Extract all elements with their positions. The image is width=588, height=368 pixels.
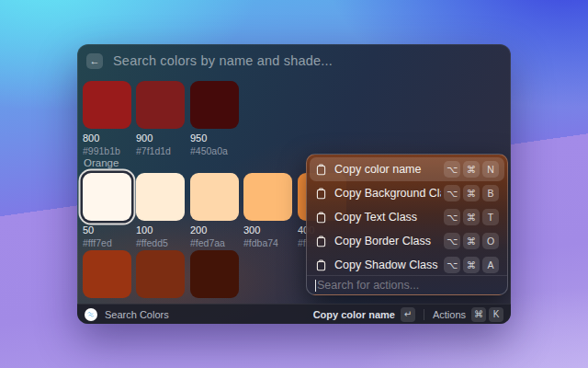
desktop-background: ← Search colors by name and shade... 800… <box>0 0 588 368</box>
color-cell-red-950[interactable]: 950 #450a0a <box>190 81 239 156</box>
swatch-orange-800[interactable] <box>83 250 131 298</box>
menu-item-label: Copy Text Class <box>334 211 441 224</box>
hex-label: #991b1b <box>83 145 131 156</box>
letter-key: T <box>482 209 499 225</box>
command-key: ⌘ <box>463 185 480 201</box>
menu-item-copy-border-class[interactable]: Copy Border Class ⌥ ⌘ O <box>310 229 504 253</box>
hex-label: #fdba74 <box>243 237 292 248</box>
search-input[interactable]: Search colors by name and shade... <box>113 53 333 68</box>
option-key: ⌥ <box>444 233 460 249</box>
swatch-orange-50-selected[interactable] <box>83 173 131 221</box>
hex-label: #ffedd5 <box>136 237 185 248</box>
swatch-red-900[interactable] <box>136 81 185 129</box>
k-key: K <box>489 307 503 322</box>
actions-menu: Copy color name ⌥ ⌘ N Copy Background Cl… <box>306 154 508 295</box>
color-cell-red-800[interactable]: 800 #991b1b <box>83 81 131 156</box>
menu-item-copy-color-name[interactable]: Copy color name ⌥ ⌘ N <box>310 157 504 181</box>
color-cell-orange-100[interactable]: 100 #ffedd5 <box>136 173 185 248</box>
hex-label: #fff7ed <box>83 237 131 248</box>
section-header-orange: Orange <box>84 157 119 168</box>
option-key: ⌥ <box>444 209 460 225</box>
option-key: ⌥ <box>444 161 460 178</box>
shade-label: 800 <box>83 132 131 144</box>
color-cell-orange-200[interactable]: 200 #fed7aa <box>190 173 239 248</box>
footer-app-name: Search Colors <box>105 309 169 320</box>
menu-item-copy-shadow-class[interactable]: Copy Shadow Class ⌥ ⌘ A <box>310 253 504 277</box>
actions-search-input[interactable]: Search for actions... <box>307 275 507 294</box>
command-key: ⌘ <box>471 307 486 322</box>
return-key: ↵ <box>401 307 415 322</box>
back-arrow-icon: ← <box>90 56 100 66</box>
back-button[interactable]: ← <box>86 53 103 69</box>
hex-label: #fed7aa <box>190 237 239 248</box>
search-header: ← Search colors by name and shade... <box>77 44 511 77</box>
color-cell-orange-800[interactable] <box>83 250 131 298</box>
letter-key: N <box>482 161 499 178</box>
command-key: ⌘ <box>463 257 480 273</box>
option-key: ⌥ <box>444 257 460 273</box>
actions-search-placeholder: Search for actions... <box>317 279 419 292</box>
footer-primary-action[interactable]: Copy color name <box>313 309 395 320</box>
letter-key: B <box>482 185 499 201</box>
raycast-window: ← Search colors by name and shade... 800… <box>77 44 511 324</box>
actions-menu-items: Copy color name ⌥ ⌘ N Copy Background Cl… <box>307 155 507 277</box>
swatch-orange-300[interactable] <box>243 173 292 221</box>
clipboard-icon <box>315 236 327 247</box>
color-cell-orange-900[interactable] <box>136 250 185 298</box>
letter-key: O <box>482 233 499 249</box>
color-cell-orange-950[interactable] <box>190 250 239 298</box>
swatch-red-950[interactable] <box>190 81 239 129</box>
hex-label: #7f1d1d <box>136 145 185 156</box>
shade-label: 300 <box>243 224 292 236</box>
color-cell-red-900[interactable]: 900 #7f1d1d <box>136 81 185 156</box>
text-caret <box>315 280 316 292</box>
clipboard-icon <box>315 164 327 176</box>
command-key: ⌘ <box>463 209 480 225</box>
footer-bar: Search Colors Copy color name ↵ Actions … <box>77 304 511 324</box>
menu-item-copy-text-class[interactable]: Copy Text Class ⌥ ⌘ T <box>310 205 504 229</box>
swatch-orange-950[interactable] <box>190 250 239 298</box>
command-key: ⌘ <box>463 233 480 249</box>
option-key: ⌥ <box>444 185 460 201</box>
shade-label: 100 <box>136 224 185 236</box>
menu-item-label: Copy Shadow Class <box>334 259 441 271</box>
hex-label: #450a0a <box>190 145 239 156</box>
clipboard-icon <box>315 259 327 271</box>
menu-item-label: Copy Border Class <box>334 235 441 247</box>
clipboard-icon <box>315 212 327 224</box>
letter-key: A <box>482 257 499 273</box>
menu-item-copy-background-class[interactable]: Copy Background Class ⌥ ⌘ B <box>310 181 504 205</box>
swatch-orange-100[interactable] <box>136 173 185 221</box>
color-cell-orange-300[interactable]: 300 #fdba74 <box>243 173 292 248</box>
shade-label: 50 <box>83 224 131 236</box>
clipboard-icon <box>315 188 327 200</box>
shade-label: 900 <box>136 132 185 144</box>
search-colors-app-icon <box>85 308 97 321</box>
swatch-red-800[interactable] <box>83 81 131 129</box>
footer-actions-button[interactable]: Actions <box>433 309 466 320</box>
menu-item-label: Copy Background Class <box>334 187 441 200</box>
menu-item-label: Copy color name <box>334 163 441 176</box>
shade-label: 200 <box>190 224 239 236</box>
swatch-orange-900[interactable] <box>136 250 185 298</box>
shade-label: 950 <box>190 132 239 144</box>
command-key: ⌘ <box>463 161 480 178</box>
color-cell-orange-50[interactable]: 50 #fff7ed <box>83 173 131 248</box>
swatch-orange-200[interactable] <box>190 173 239 221</box>
footer-divider <box>424 309 424 320</box>
